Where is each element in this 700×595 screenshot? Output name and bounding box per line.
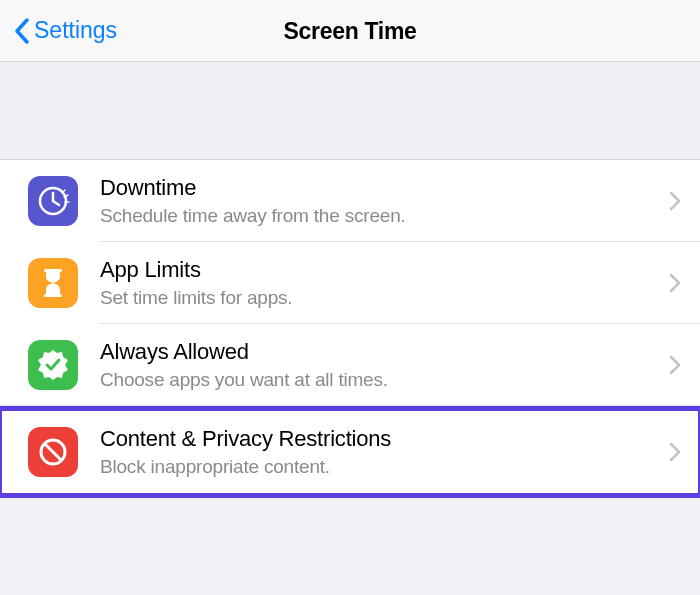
checkmark-badge-icon <box>28 340 78 390</box>
page-title: Screen Time <box>283 17 416 44</box>
row-text: Always Allowed Choose apps you want at a… <box>100 339 660 391</box>
row-text: App Limits Set time limits for apps. <box>100 257 660 309</box>
row-subtitle: Block inappropriate content. <box>100 456 660 478</box>
row-text: Content & Privacy Restrictions Block ina… <box>100 426 660 478</box>
back-button[interactable]: Settings <box>14 17 117 45</box>
row-subtitle: Schedule time away from the screen. <box>100 205 660 227</box>
chevron-left-icon <box>14 17 30 45</box>
row-subtitle: Choose apps you want at all times. <box>100 369 660 391</box>
chevron-right-icon <box>668 354 682 376</box>
row-text: Downtime Schedule time away from the scr… <box>100 175 660 227</box>
chevron-right-icon <box>668 272 682 294</box>
svg-rect-6 <box>44 269 62 272</box>
svg-rect-7 <box>44 294 62 297</box>
row-always-allowed[interactable]: Always Allowed Choose apps you want at a… <box>0 324 700 406</box>
row-downtime[interactable]: Downtime Schedule time away from the scr… <box>0 160 700 242</box>
prohibit-icon <box>28 427 78 477</box>
row-title: Always Allowed <box>100 339 660 365</box>
downtime-icon <box>28 176 78 226</box>
row-title: App Limits <box>100 257 660 283</box>
svg-line-9 <box>45 444 61 460</box>
navbar: Settings Screen Time <box>0 0 700 62</box>
section-spacer <box>0 62 700 160</box>
back-label: Settings <box>34 17 117 44</box>
row-subtitle: Set time limits for apps. <box>100 287 660 309</box>
svg-line-2 <box>53 201 59 205</box>
row-title: Content & Privacy Restrictions <box>100 426 660 452</box>
settings-list: Downtime Schedule time away from the scr… <box>0 160 700 498</box>
hourglass-icon <box>28 258 78 308</box>
chevron-right-icon <box>668 441 682 463</box>
row-app-limits[interactable]: App Limits Set time limits for apps. <box>0 242 700 324</box>
chevron-right-icon <box>668 190 682 212</box>
row-content-restrictions[interactable]: Content & Privacy Restrictions Block ina… <box>0 406 700 498</box>
row-title: Downtime <box>100 175 660 201</box>
